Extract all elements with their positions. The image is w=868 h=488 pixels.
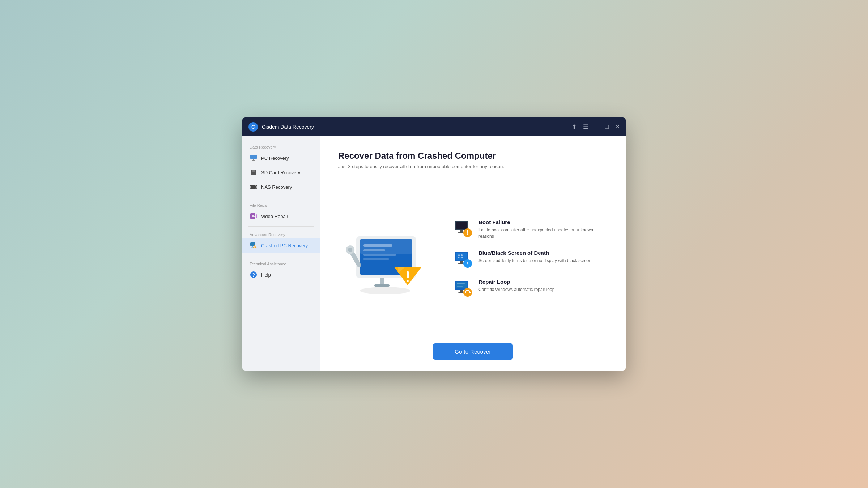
sidebar-section-data-recovery: Data Recovery <box>242 142 320 151</box>
app-title: Cisdem Data Recovery <box>262 124 572 130</box>
content-footer: Go to Recover <box>338 336 608 360</box>
boot-failure-desc: Fail to boot computer after unexpected u… <box>478 227 608 240</box>
svg-rect-4 <box>252 160 255 161</box>
svg-rect-59 <box>457 286 463 287</box>
svg-rect-7 <box>253 170 254 172</box>
svg-text:!: ! <box>254 245 255 248</box>
close-icon[interactable]: ✕ <box>615 124 620 130</box>
svg-point-11 <box>255 185 256 186</box>
svg-rect-49 <box>456 253 467 260</box>
blue-screen-icon: ! <box>454 250 473 269</box>
svg-rect-30 <box>363 254 396 256</box>
help-icon: ? <box>250 271 258 279</box>
pc-recovery-label: PC Recovery <box>261 155 289 161</box>
page-title: Recover Data from Crashed Computer <box>338 151 608 161</box>
sidebar-item-crashed-pc-recovery[interactable]: ! Crashed PC Recovery <box>242 238 320 253</box>
svg-rect-46 <box>467 230 468 234</box>
minimize-icon[interactable]: ─ <box>595 124 599 130</box>
sidebar: Data Recovery PC Recovery <box>242 136 320 371</box>
window-controls: ⬆ ☰ ─ □ ✕ <box>572 124 620 130</box>
svg-rect-31 <box>363 258 389 260</box>
sd-card-recovery-label: SD Card Recovery <box>261 170 300 175</box>
app-logo: C <box>248 122 258 132</box>
svg-rect-38 <box>407 271 409 278</box>
boot-failure-title: Boot Failure <box>478 219 608 225</box>
svg-point-12 <box>255 188 256 189</box>
svg-rect-6 <box>252 170 253 172</box>
svg-rect-8 <box>254 170 255 172</box>
svg-rect-57 <box>456 282 467 288</box>
sidebar-item-help[interactable]: ? Help <box>242 267 320 282</box>
sidebar-item-pc-recovery[interactable]: PC Recovery <box>242 151 320 165</box>
upload-icon[interactable]: ⬆ <box>572 124 576 130</box>
pc-icon <box>250 154 258 162</box>
help-label: Help <box>261 272 271 278</box>
svg-text:?: ? <box>252 272 255 278</box>
sidebar-item-nas-recovery[interactable]: NAS Recovery <box>242 180 320 194</box>
svg-point-23 <box>360 287 410 294</box>
svg-rect-25 <box>374 284 390 287</box>
repair-loop-icon <box>454 279 473 297</box>
svg-rect-58 <box>457 283 465 284</box>
sidebar-item-video-repair[interactable]: Video Repair <box>242 209 320 223</box>
sd-icon <box>250 168 258 176</box>
sidebar-section-technical-assistance: Technical Assistance <box>242 259 320 267</box>
sidebar-item-sd-card-recovery[interactable]: SD Card Recovery <box>242 165 320 180</box>
svg-rect-60 <box>460 290 463 292</box>
sidebar-separator-1 <box>248 197 314 197</box>
repair-loop-title: Repair Loop <box>478 279 554 285</box>
boot-failure-icon <box>454 219 473 238</box>
sidebar-separator-2 <box>248 226 314 227</box>
svg-rect-43 <box>460 230 463 232</box>
sidebar-separator-3 <box>248 256 314 256</box>
go-to-recover-button[interactable]: Go to Recover <box>433 343 513 360</box>
maximize-icon[interactable]: □ <box>605 124 609 130</box>
nas-icon <box>250 183 258 191</box>
svg-rect-2 <box>250 155 257 159</box>
svg-point-50 <box>458 254 460 256</box>
app-window: C Cisdem Data Recovery ⬆ ☰ ─ □ ✕ Data Re… <box>242 117 626 371</box>
svg-rect-32 <box>360 239 412 254</box>
titlebar: C Cisdem Data Recovery ⬆ ☰ ─ □ ✕ <box>242 117 626 136</box>
svg-rect-17 <box>252 246 253 247</box>
svg-point-51 <box>461 254 463 256</box>
blue-screen-desc: Screen suddenly turns blue or no display… <box>478 257 591 264</box>
features-list: Boot Failure Fail to boot computer after… <box>454 219 608 297</box>
main-layout: Data Recovery PC Recovery <box>242 136 626 371</box>
boot-failure-text: Boot Failure Fail to boot computer after… <box>478 219 608 240</box>
feature-repair-loop: Repair Loop Can't fix Windows automatic … <box>454 279 608 297</box>
svg-rect-15 <box>256 214 257 218</box>
repair-loop-text: Repair Loop Can't fix Windows automatic … <box>478 279 554 293</box>
main-illustration <box>338 211 439 305</box>
blue-screen-text: Blue/Black Screen of Death Screen sudden… <box>478 250 591 264</box>
page-subtitle: Just 3 steps to easily recover all data … <box>338 164 608 169</box>
main-content: Recover Data from Crashed Computer Just … <box>320 136 626 371</box>
repair-loop-desc: Can't fix Windows automatic repair loop <box>478 286 554 293</box>
feature-boot-failure: Boot Failure Fail to boot computer after… <box>454 219 608 240</box>
nas-recovery-label: NAS Recovery <box>261 184 292 190</box>
svg-text:!: ! <box>467 261 469 266</box>
blue-screen-title: Blue/Black Screen of Death <box>478 250 591 256</box>
svg-rect-42 <box>456 222 467 229</box>
svg-text:C: C <box>251 124 255 130</box>
svg-point-39 <box>407 280 409 282</box>
video-icon <box>250 212 258 220</box>
content-body: Boot Failure Fail to boot computer after… <box>338 180 608 336</box>
svg-rect-3 <box>253 159 254 160</box>
sidebar-section-file-repair: File Repair <box>242 200 320 209</box>
feature-blue-screen: ! Blue/Black Screen of Death Screen sudd… <box>454 250 608 269</box>
video-repair-label: Video Repair <box>261 214 288 219</box>
svg-point-47 <box>467 234 468 235</box>
menu-icon[interactable]: ☰ <box>583 124 588 130</box>
svg-rect-52 <box>460 261 463 263</box>
crashed-pc-recovery-label: Crashed PC Recovery <box>261 243 308 248</box>
sidebar-section-advanced-recovery: Advanced Recovery <box>242 230 320 238</box>
crashed-icon: ! <box>250 241 258 249</box>
